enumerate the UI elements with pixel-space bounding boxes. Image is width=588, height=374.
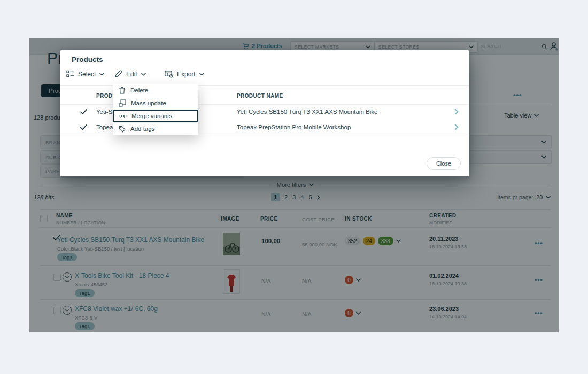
- modal-product-name: Yeti Cycles SB150 Turq T3 XX1 AXS Mounta…: [237, 108, 377, 115]
- menu-item-label: Mass update: [131, 100, 166, 106]
- divider: [60, 136, 469, 136]
- chevron-down-icon: [99, 73, 104, 76]
- menu-item-mass-update[interactable]: Mass update: [113, 97, 198, 110]
- export-button-label: Export: [177, 71, 196, 78]
- tag-icon: [119, 126, 126, 133]
- row-open-icon[interactable]: [454, 124, 459, 130]
- close-button[interactable]: Close: [427, 157, 461, 170]
- menu-item-add-tags[interactable]: Add tags: [113, 122, 198, 135]
- select-menu-button[interactable]: Select: [66, 70, 104, 78]
- row-open-icon[interactable]: [454, 108, 459, 115]
- edit-menu-button[interactable]: Edit: [114, 70, 146, 78]
- row-selected-checkmark[interactable]: [80, 124, 87, 130]
- select-list-icon: [66, 70, 74, 78]
- chevron-down-icon: [141, 73, 146, 76]
- modal-col-product-name: PRODUCT NAME: [237, 93, 283, 99]
- export-menu-button[interactable]: Export: [165, 70, 204, 78]
- menu-item-delete[interactable]: Delete: [113, 84, 198, 97]
- menu-item-label: Add tags: [130, 126, 154, 132]
- screenshot-canvas: 2 Products SELECT MARKETS SELECT STORES …: [0, 0, 588, 374]
- row-selected-checkmark[interactable]: [80, 109, 87, 115]
- export-icon: [165, 70, 173, 78]
- edit-button-label: Edit: [126, 71, 137, 78]
- edit-dropdown-menu: Delete Mass update Merge variants Add ta…: [113, 84, 198, 135]
- trash-icon: [119, 87, 126, 94]
- pencil-icon: [114, 70, 122, 78]
- chevron-down-icon: [199, 73, 204, 76]
- menu-item-highlight-border: [113, 110, 198, 122]
- menu-item-label: Delete: [130, 87, 148, 94]
- modal-product-name: Topeak PrepStation Pro Mobile Workshop: [237, 124, 351, 130]
- modal-title: Products: [72, 56, 103, 64]
- mass-update-icon: [119, 99, 126, 107]
- select-button-label: Select: [78, 71, 96, 78]
